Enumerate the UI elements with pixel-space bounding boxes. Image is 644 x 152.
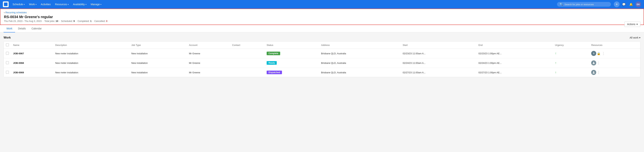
job-type: New installation [129,49,187,58]
topnav: Schedule ▾ Work ▾ Activities Resources ▾… [0,0,644,9]
work-header: Work All work ▾ [4,36,640,39]
urgency-icon: ↑ [555,52,556,55]
col-account: Account [187,42,230,49]
tab-calendar[interactable]: Calendar [28,25,44,32]
add-button[interactable]: + [614,1,620,7]
search-placeholder: Search for jobs or resources [564,3,594,6]
job-address: Brisbane QLD, Australia [319,68,400,77]
job-status: Dispatched [264,68,319,77]
availability-chevron-icon: ▾ [86,3,86,5]
nav-resources[interactable]: Resources ▾ [53,2,70,7]
col-address: Address [319,42,400,49]
actions-button[interactable]: Actions ▾ [624,21,640,27]
total-jobs-value: 10 [56,20,58,22]
row-menu-icon[interactable]: ⋮ [602,51,605,55]
col-urgency: Urgency [553,42,589,49]
nav-availability[interactable]: Availability ▾ [71,2,88,7]
job-description: New meter installation [53,68,129,77]
app-logo[interactable] [3,1,8,7]
job-resources: ⋮ [589,58,640,68]
jobs-table: Name Description Job Type Account Contac… [4,42,640,77]
page-header: ‹ Recurring schedules RS-0034 Mr Greene'… [0,9,644,25]
col-end: End [476,42,553,49]
job-name[interactable]: JOB-0067 [11,49,53,58]
resource-avatar[interactable] [591,70,596,75]
resource-avatar[interactable]: S [591,51,596,56]
urgency-icon: ↑ [555,71,556,74]
table-row: JOB-0068 New meter installation New inst… [4,58,640,68]
manage-chevron-icon: ▾ [100,3,101,5]
job-name[interactable]: JOB-0068 [11,58,53,68]
resources-chevron-icon: ▾ [68,3,69,5]
tabs-bar: Work Details Calendar [0,25,644,32]
job-end: 02/24/23 1:00pm AE... [476,58,553,68]
job-status: Complete [264,49,319,58]
row-checkbox[interactable] [6,52,9,55]
job-urgency: ↑ [553,68,589,77]
select-all-checkbox[interactable] [6,43,9,46]
messages-button[interactable]: 💬 [621,1,627,7]
row-menu-icon[interactable]: ⋮ [597,71,600,75]
table-row: JOB-0069 New meter installation New inst… [4,68,640,77]
row-checkbox[interactable] [6,71,9,74]
col-name: Name [11,42,53,49]
lock-icon: 🔒 [597,52,600,55]
job-resources: S 🔒 ⋮ [589,49,640,58]
search-bar[interactable]: 🔍 Search for jobs or resources [557,2,611,7]
nav-manage[interactable]: Manage ▾ [89,2,103,7]
job-start: 02/27/23 11:00am A... [400,68,476,77]
scheduled-label: Scheduled: [61,20,73,22]
job-name[interactable]: JOB-0069 [11,68,53,77]
resource-avatar[interactable] [591,60,596,66]
breadcrumb-link[interactable]: Recurring schedules [6,11,27,14]
job-end: 02/27/23 1:00pm AE... [476,68,553,77]
page-title: RS-0034 Mr Greene's regular [4,15,640,19]
actions-chevron-icon: ▾ [636,23,638,26]
main-content: Work All work ▾ Name Description Job Typ… [0,32,644,81]
urgency-icon: ↑ [555,61,556,64]
breadcrumb-chevron-icon: ‹ [4,11,5,14]
job-description: New meter installation [53,49,129,58]
completed-value: 1 [90,20,92,22]
all-work-filter[interactable]: All work ▾ [630,36,640,39]
total-jobs-label: Total jobs: [44,20,55,22]
job-address: Brisbane QLD, Australia [319,58,400,68]
scheduled-value: 9 [74,20,75,22]
col-contact: Contact [230,42,264,49]
work-section-title: Work [4,36,11,39]
nav-work[interactable]: Work ▾ [27,2,38,7]
job-start: 02/24/23 11:00am A... [400,58,476,68]
job-contact [230,58,264,68]
svg-point-0 [593,62,594,63]
job-type: New installation [129,68,187,77]
tab-details[interactable]: Details [15,25,28,32]
row-checkbox-cell [4,49,11,58]
job-urgency: ↑ [553,49,589,58]
breadcrumb: ‹ Recurring schedules [4,11,640,14]
cancelled-value: 0 [106,20,107,22]
nav-schedule[interactable]: Schedule ▾ [11,2,26,7]
status-badge: Dispatched [267,71,282,74]
table-row: JOB-0067 New meter installation New inst… [4,49,640,58]
job-account: Mr Greene [187,58,230,68]
nav-activities[interactable]: Activities [39,2,52,7]
svg-point-1 [593,71,594,73]
tab-work[interactable]: Work [4,25,15,32]
job-account: Mr Greene [187,49,230,58]
user-avatar[interactable]: EK [636,1,641,7]
row-checkbox[interactable] [6,61,9,64]
job-type: New installation [129,58,187,68]
job-urgency: ↑ [553,58,589,68]
jobs-table-wrap: Name Description Job Type Account Contac… [4,41,640,77]
job-status: Ready [264,58,319,68]
col-checkbox [4,42,11,49]
schedule-chevron-icon: ▾ [24,3,24,5]
status-badge: Ready [267,61,277,65]
col-job-type: Job Type [129,42,187,49]
col-start: Start [400,42,476,49]
notifications-button[interactable]: 🔔 [628,1,634,7]
col-resources: Resources [589,42,640,49]
all-work-chevron-icon: ▾ [639,36,640,39]
row-menu-icon[interactable]: ⋮ [597,61,600,65]
job-contact [230,49,264,58]
